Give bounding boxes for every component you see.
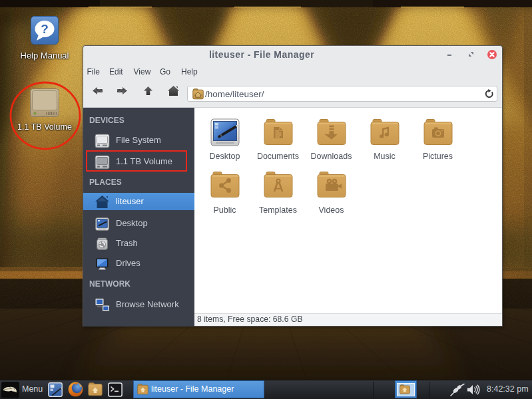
svg-text:?: ? (41, 22, 49, 36)
